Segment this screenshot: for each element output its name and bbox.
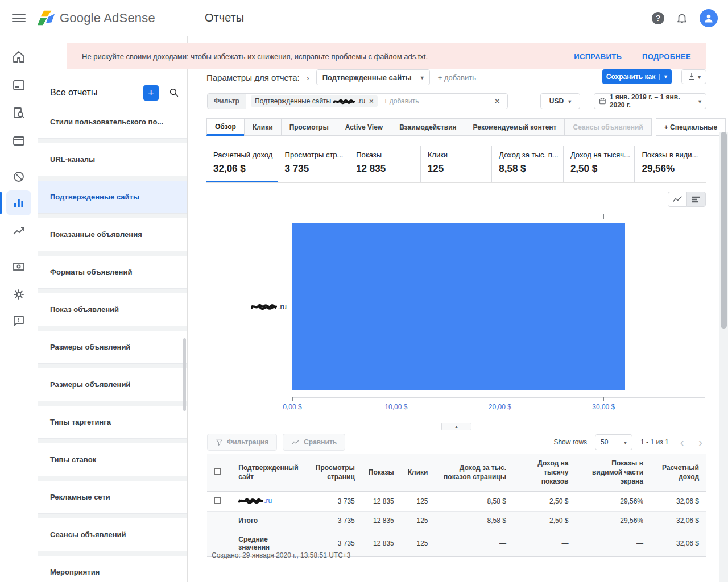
metric-clicks[interactable]: Клики 125	[421, 146, 493, 182]
sidebar-item-custom-styles[interactable]: Стили пользовательского по...	[38, 106, 187, 139]
report-params-row: Параметры для отчета: › Подтвержденные с…	[206, 69, 476, 85]
site-link[interactable]: .ru	[238, 497, 272, 505]
nav-reports-icon[interactable]	[6, 190, 31, 215]
menu-icon[interactable]	[12, 11, 26, 25]
nav-settings-gear-icon[interactable]	[7, 283, 30, 306]
add-dimension-button[interactable]: + добавить	[438, 73, 476, 82]
x-axis-tick-label: 0,00 $	[283, 403, 301, 411]
table-total-row: Итого 3 735 12 835 125 8,58 $ 2,50 $ 29,…	[207, 511, 706, 530]
x-axis-tick	[292, 397, 293, 401]
previous-page-button[interactable]: ‹	[677, 436, 688, 448]
params-label: Параметры для отчета:	[206, 73, 300, 82]
nav-payments-icon[interactable]	[7, 255, 30, 278]
nav-review-center-icon[interactable]	[7, 102, 30, 124]
total-label: Итого	[231, 511, 305, 530]
metric-page-views[interactable]: Просмотры стр... 3 735	[278, 146, 350, 182]
person-icon	[703, 13, 714, 24]
report-list: Стили пользовательского по... URL-каналы…	[38, 106, 187, 582]
fix-button[interactable]: ИСПРАВИТЬ	[574, 52, 622, 61]
rows-per-page-select[interactable]: 50 ▾	[595, 434, 632, 450]
dimension-select[interactable]: Подтвержденные сайты ▾	[316, 69, 430, 85]
tab-custom[interactable]: + Специальные	[656, 118, 726, 136]
col-page-views[interactable]: Просмотры страниц	[305, 454, 362, 492]
notifications-bell-icon[interactable]	[676, 12, 688, 24]
details-button[interactable]: ПОДРОБНЕЕ	[642, 52, 691, 61]
nav-blocking-controls-icon[interactable]	[7, 165, 30, 188]
chart-bar[interactable]	[292, 223, 625, 390]
filter-bar[interactable]: Подтвержденные сайты .ru ✕ + добавить ✕	[246, 93, 508, 109]
tab-recommended-content[interactable]: Рекомендуемый контент	[465, 118, 565, 136]
sidebar-item-verified-sites[interactable]: Подтвержденные сайты	[38, 181, 187, 214]
currency-select[interactable]: USD ▾	[540, 93, 580, 109]
tab-interactions[interactable]: Взаимодействия	[391, 118, 465, 136]
col-impressions[interactable]: Показы	[362, 454, 401, 492]
sidebar-item-served-ads[interactable]: Показанные объявления	[38, 218, 187, 251]
clear-filters-icon[interactable]: ✕	[491, 97, 503, 106]
col-page-rpm[interactable]: Доход за тыс. показов страницы	[435, 454, 513, 492]
metric-cards: Расчетный доход 32,06 $ Просмотры стр...…	[206, 146, 706, 183]
export-button[interactable]: ▾	[681, 69, 706, 84]
sidebar-scrollbar[interactable]	[183, 338, 186, 411]
tab-overview[interactable]: Обзор	[206, 118, 245, 136]
filter-label: Фильтр	[207, 93, 246, 109]
sidebar-item-ad-sizes-2[interactable]: Размеры объявлений	[38, 368, 187, 401]
filter-chip-verified-site[interactable]: Подтвержденные сайты .ru ✕	[251, 95, 378, 107]
tab-views[interactable]: Просмотры	[281, 118, 337, 136]
sidebar-item-url-channels[interactable]: URL-каналы	[38, 143, 187, 176]
collapse-chart-button[interactable]: ▲	[441, 423, 471, 430]
account-avatar[interactable]	[700, 9, 718, 27]
sidebar-item-ad-sizes[interactable]: Размеры объявлений	[38, 331, 187, 364]
select-all-checkbox[interactable]	[214, 468, 221, 475]
col-viewability[interactable]: Показы в видимой части экрана	[575, 454, 650, 492]
sidebar-item-ad-networks[interactable]: Рекламные сети	[38, 481, 187, 514]
col-estimated-earnings[interactable]: Расчетный доход	[650, 454, 706, 492]
chevron-down-icon: ▾	[624, 439, 627, 446]
tab-ad-sessions[interactable]: Сеансы объявлений	[564, 118, 651, 136]
sidebar-item-ad-serving[interactable]: Показ объявлений	[38, 293, 187, 326]
tab-active-view[interactable]: Active View	[337, 118, 391, 136]
page-title: Отчеты	[205, 11, 244, 24]
add-filter-placeholder[interactable]: + добавить	[383, 97, 491, 105]
col-impression-rpm[interactable]: Доход на тысячу показов	[513, 454, 576, 492]
metric-estimated-earnings[interactable]: Расчетный доход 32,06 $	[206, 146, 278, 182]
nav-ads-icon[interactable]	[7, 74, 30, 97]
adsense-logo-icon	[37, 10, 55, 27]
chart-plot: .ru 0,00 $10,00 $20,00 $30,00 $	[292, 219, 705, 398]
metric-impression-rpm[interactable]: Доход на тысяч... 2,50 $	[564, 146, 635, 182]
sidebar-item-bid-types[interactable]: Типы ставок	[38, 443, 187, 476]
x-axis-tick	[603, 214, 604, 219]
date-range-picker[interactable]: 1 янв. 2019 г. – 1 янв. 2020 г. ▾	[594, 93, 706, 109]
save-as-button[interactable]: Сохранить как ▼	[602, 69, 672, 84]
col-clicks[interactable]: Клики	[401, 454, 435, 492]
table-filter-button[interactable]: Фильтрация	[207, 434, 277, 451]
metric-page-rpm[interactable]: Доход за тыс. п... 8,58 $	[492, 146, 564, 182]
sidebar-item-ad-formats[interactable]: Форматы объявлений	[38, 256, 187, 289]
help-icon[interactable]: ?	[652, 12, 664, 24]
metric-viewability[interactable]: Показы в види... 29,56%	[635, 146, 706, 182]
x-axis-tick	[396, 214, 396, 219]
sidebar-item-targeting-types[interactable]: Типы таргетинга	[38, 406, 187, 439]
table-compare-button[interactable]: Сравнить	[283, 434, 345, 451]
row-checkbox[interactable]	[214, 497, 221, 504]
col-verified-site[interactable]: Подтвержденный сайт	[231, 454, 305, 492]
search-reports-icon[interactable]	[169, 88, 179, 98]
bar-chart-toggle-icon[interactable]	[686, 192, 706, 207]
remove-filter-icon[interactable]: ✕	[369, 98, 374, 105]
metric-impressions[interactable]: Показы 12 835	[349, 146, 421, 182]
nav-optimization-icon[interactable]	[7, 220, 30, 243]
sidebar-item-events[interactable]: Мероприятия	[38, 556, 187, 582]
line-chart-toggle-icon[interactable]	[668, 192, 687, 207]
nav-feedback-icon[interactable]	[7, 310, 30, 332]
nav-billing-card-icon[interactable]	[7, 130, 30, 152]
nav-home-icon[interactable]	[7, 45, 30, 68]
redacted-site-name	[251, 303, 277, 310]
x-axis-tick-label: 10,00 $	[384, 403, 407, 411]
tab-clicks[interactable]: Клики	[244, 118, 282, 136]
add-report-button[interactable]: +	[143, 85, 159, 101]
sidebar-item-ad-sessions[interactable]: Сеансы объявлений	[38, 518, 187, 551]
x-axis-tick	[603, 397, 604, 401]
next-page-button[interactable]: ›	[695, 436, 706, 448]
page-scrollbar[interactable]	[719, 132, 728, 582]
ads-txt-warning-banner: Не рискуйте своими доходами: чтобы избеж…	[67, 43, 706, 69]
scrollbar-thumb[interactable]	[721, 132, 727, 329]
